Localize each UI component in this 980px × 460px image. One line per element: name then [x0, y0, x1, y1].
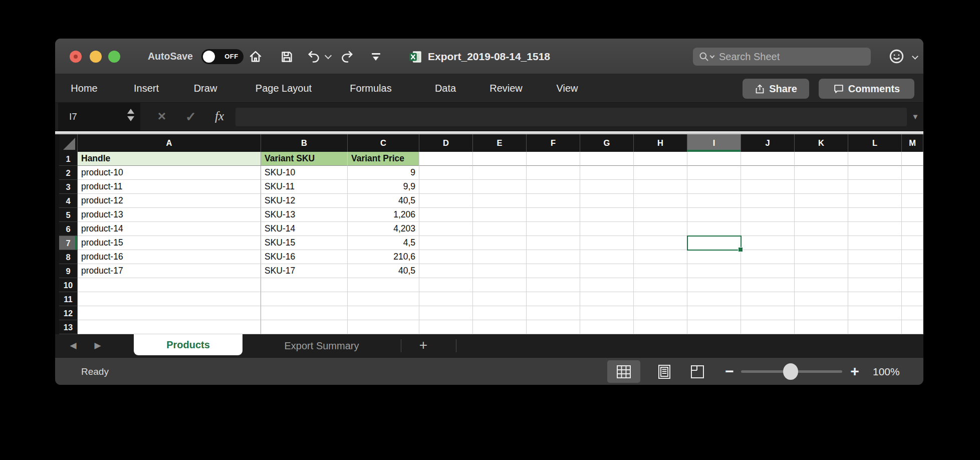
cell-J3[interactable] [741, 180, 795, 194]
cell-M2[interactable] [902, 166, 923, 180]
cell-H3[interactable] [634, 180, 687, 194]
row-header-13[interactable]: 13 [59, 320, 78, 334]
cell-K6[interactable] [795, 222, 848, 236]
cell-I12[interactable] [687, 306, 741, 320]
cell-C13[interactable] [348, 320, 419, 334]
cell-A10[interactable] [78, 278, 261, 292]
cell-J6[interactable] [741, 222, 795, 236]
cell-A9[interactable]: product-17 [78, 264, 261, 278]
fullscreen-button[interactable] [108, 51, 120, 63]
column-header-G[interactable]: G [580, 134, 634, 152]
cell-H12[interactable] [634, 306, 687, 320]
cell-C7[interactable]: 4,5 [348, 236, 419, 250]
tab-view[interactable]: View [557, 74, 578, 103]
tab-insert[interactable]: Insert [134, 74, 159, 103]
cell-K11[interactable] [795, 292, 848, 306]
cell-M12[interactable] [902, 306, 923, 320]
sheet-prev-arrow[interactable]: ◀ [66, 334, 81, 357]
cell-G5[interactable] [580, 208, 634, 222]
cell-L5[interactable] [848, 208, 902, 222]
more-commands-icon[interactable] [368, 49, 384, 65]
close-button[interactable] [70, 51, 82, 63]
cell-E9[interactable] [473, 264, 527, 278]
tab-home[interactable]: Home [71, 74, 97, 103]
row-header-6[interactable]: 6 [59, 222, 78, 236]
column-header-L[interactable]: L [848, 134, 902, 152]
cell-H6[interactable] [634, 222, 687, 236]
cell-D7[interactable] [419, 236, 473, 250]
column-header-K[interactable]: K [795, 134, 848, 152]
name-box[interactable]: I7 [58, 103, 140, 131]
cell-G3[interactable] [580, 180, 634, 194]
page-break-view-button[interactable] [681, 360, 714, 383]
tab-formulas[interactable]: Formulas [350, 74, 391, 103]
cell-K4[interactable] [795, 194, 848, 208]
cell-B3[interactable]: SKU-11 [261, 180, 348, 194]
cell-I11[interactable] [687, 292, 741, 306]
cell-K8[interactable] [795, 250, 848, 264]
cell-A7[interactable]: product-15 [78, 236, 261, 250]
cell-B2[interactable]: SKU-10 [261, 166, 348, 180]
cell-B11[interactable] [261, 292, 348, 306]
cell-K5[interactable] [795, 208, 848, 222]
cell-M9[interactable] [902, 264, 923, 278]
cell-J5[interactable] [741, 208, 795, 222]
cell-D5[interactable] [419, 208, 473, 222]
cell-C2[interactable]: 9 [348, 166, 419, 180]
search-input[interactable] [719, 51, 865, 63]
row-header-7[interactable]: 7 [59, 236, 78, 250]
cell-C11[interactable] [348, 292, 419, 306]
cell-J13[interactable] [741, 320, 795, 334]
column-header-I[interactable]: I [687, 134, 741, 152]
cell-I5[interactable] [687, 208, 741, 222]
redo-icon[interactable] [340, 49, 356, 65]
cell-M13[interactable] [902, 320, 923, 334]
cell-K3[interactable] [795, 180, 848, 194]
select-all-corner[interactable] [59, 134, 78, 152]
cell-E8[interactable] [473, 250, 527, 264]
cell-B8[interactable]: SKU-16 [261, 250, 348, 264]
column-header-A[interactable]: A [78, 134, 261, 152]
cell-B6[interactable]: SKU-14 [261, 222, 348, 236]
cell-L8[interactable] [848, 250, 902, 264]
cancel-entry-icon[interactable]: × [153, 103, 170, 131]
cell-J10[interactable] [741, 278, 795, 292]
cell-A12[interactable] [78, 306, 261, 320]
cell-L4[interactable] [848, 194, 902, 208]
cell-F1[interactable] [527, 152, 580, 166]
cell-H10[interactable] [634, 278, 687, 292]
cell-L2[interactable] [848, 166, 902, 180]
zoom-slider-thumb[interactable] [783, 363, 798, 380]
cell-C5[interactable]: 1,206 [348, 208, 419, 222]
cell-D3[interactable] [419, 180, 473, 194]
row-header-8[interactable]: 8 [59, 250, 78, 264]
home-icon[interactable] [248, 49, 264, 65]
search-scope-chevron-icon[interactable] [710, 54, 715, 59]
cell-A6[interactable]: product-14 [78, 222, 261, 236]
cell-K12[interactable] [795, 306, 848, 320]
cell-M8[interactable] [902, 250, 923, 264]
cell-G1[interactable] [580, 152, 634, 166]
cell-D6[interactable] [419, 222, 473, 236]
selected-cell-outline[interactable] [687, 236, 742, 251]
cell-H7[interactable] [634, 236, 687, 250]
cell-B9[interactable]: SKU-17 [261, 264, 348, 278]
cell-J1[interactable] [741, 152, 795, 166]
cell-C6[interactable]: 4,203 [348, 222, 419, 236]
cell-A13[interactable] [78, 320, 261, 334]
cell-D13[interactable] [419, 320, 473, 334]
cell-F13[interactable] [527, 320, 580, 334]
cell-F5[interactable] [527, 208, 580, 222]
cell-F7[interactable] [527, 236, 580, 250]
cell-E4[interactable] [473, 194, 527, 208]
name-box-stepper[interactable] [127, 109, 134, 121]
cell-F6[interactable] [527, 222, 580, 236]
cell-E11[interactable] [473, 292, 527, 306]
cell-F12[interactable] [527, 306, 580, 320]
undo-menu-chevron-icon[interactable] [324, 49, 333, 65]
cell-A3[interactable]: product-11 [78, 180, 261, 194]
cell-H4[interactable] [634, 194, 687, 208]
cell-E12[interactable] [473, 306, 527, 320]
cell-F2[interactable] [527, 166, 580, 180]
cell-C10[interactable] [348, 278, 419, 292]
